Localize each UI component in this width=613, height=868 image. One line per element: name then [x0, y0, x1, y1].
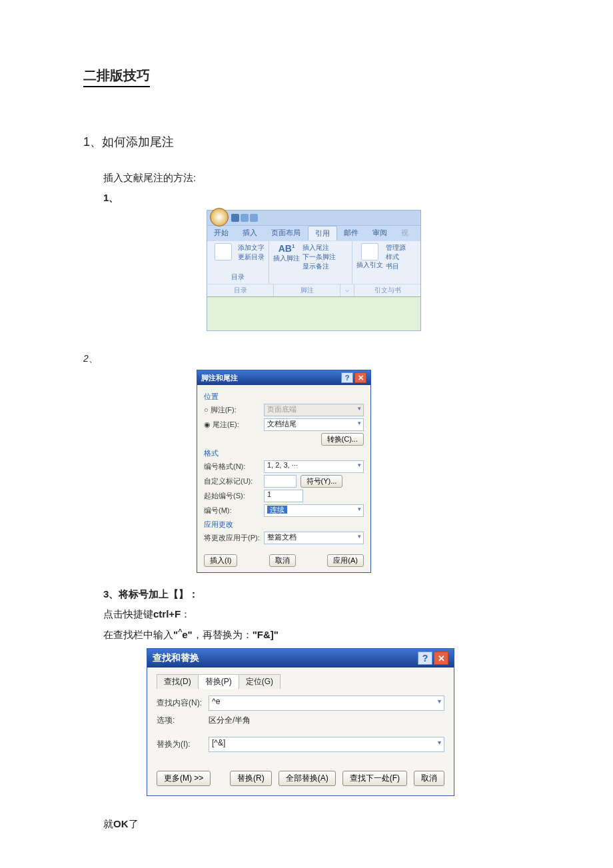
start-number-input: 1	[264, 490, 303, 502]
citation-footer-label: 引文与书	[354, 284, 420, 296]
numbering-label: 编号(M):	[204, 506, 264, 516]
step-3-label: 3、将标号加上【】：	[103, 586, 530, 602]
replace-with-label: 替换为(I):	[157, 739, 209, 750]
footnote-position-select: 页面底端	[264, 404, 364, 416]
help-icon: ?	[341, 372, 353, 383]
close-icon: ✕	[354, 372, 366, 383]
numbering-select: 连续	[264, 504, 364, 517]
tab-mail: 邮件	[337, 226, 366, 240]
tab-goto: 定位(G)	[239, 674, 281, 689]
endnote-radio-label: ◉ 尾注(E):	[204, 420, 264, 430]
dialog2-body: 查找(D) 替换(P) 定位(G) 查找内容(N):^e 选项:区分全/半角 替…	[147, 667, 454, 763]
options-label: 选项:	[157, 715, 209, 726]
show-notes-label: 显示备注	[303, 262, 336, 271]
footnote-dialog: 脚注和尾注 ? ✕ 位置 ○ 脚注(F):页面底端 ◉ 尾注(E):文档结尾 转…	[197, 370, 371, 573]
apply-to-label: 将更改应用于(P):	[204, 533, 264, 543]
quick-access-toolbar	[231, 214, 258, 222]
tab-replace: 替换(P)	[198, 674, 239, 689]
toc-footer-label: 目录	[207, 284, 274, 296]
start-number-label: 起始编号(S):	[204, 491, 264, 501]
step-1-label: 1、	[103, 190, 530, 206]
tab-references: 引用	[308, 226, 337, 240]
style-label: 样式	[386, 252, 406, 262]
ribbon-body: 添加文字 更新目录 目录 AB1 插入脚注 插入尾注 下	[207, 240, 420, 284]
find-content-input: ^e	[209, 695, 444, 711]
undo-icon	[241, 214, 249, 222]
dialog1-body: 位置 ○ 脚注(F):页面底端 ◉ 尾注(E):文档结尾 转换(C)... 格式…	[197, 385, 370, 550]
redo-icon	[250, 214, 258, 222]
ribbon-group-toc: 添加文字 更新目录 目录	[207, 241, 269, 284]
convert-button: 转换(C)...	[321, 433, 364, 446]
footnote-radio-label: ○ 脚注(F):	[204, 405, 264, 415]
ribbon-tabs: 开始 插入 页面布局 引用 邮件 审阅 视	[207, 225, 420, 240]
document-page: 二排版技巧 1、如何添加尾注 插入文献尾注的方法: 1、 开始 插入 页面布局 …	[0, 0, 613, 868]
apply-to-select: 整篇文档	[264, 532, 364, 544]
dialog2-footer: 更多(M) >> 替换(R) 全部替换(A) 查找下一处(F) 取消	[147, 763, 454, 795]
body-block: 插入文献尾注的方法: 1、 开始 插入 页面布局 引用 邮件 审阅 视	[83, 170, 530, 331]
section-heading: 1、如何添加尾注	[83, 134, 530, 150]
find-replace-dialog: 查找和替换 ? ✕ 查找(D) 替换(P) 定位(G) 查找内容(N):^e 选…	[147, 648, 454, 796]
toc-group-label: 目录	[211, 272, 265, 282]
ribbon-group-labels: 目录 脚注 ⌵ 引文与书	[207, 284, 420, 296]
footnote-dialog-title: 脚注和尾注 ? ✕	[197, 370, 370, 385]
bibliography-label: 书目	[386, 262, 406, 271]
dialog2-titlebar: 查找和替换 ? ✕	[147, 649, 454, 667]
page-title: 二排版技巧	[83, 67, 150, 87]
apply-section-label: 应用更改	[204, 520, 364, 530]
citation-icon	[361, 243, 378, 260]
help-icon: ?	[418, 651, 432, 665]
replace-all-button: 全部替换(A)	[279, 771, 336, 786]
tab-insert: 插入	[236, 226, 265, 240]
insert-button: 插入(I)	[204, 554, 237, 567]
intro-text: 插入文献尾注的方法:	[103, 170, 530, 186]
ribbon-group-footnote: AB1 插入脚注 插入尾注 下一条脚注 显示备注	[269, 241, 352, 284]
apply-button: 应用(A)	[327, 554, 364, 567]
format-section-label: 格式	[204, 448, 364, 458]
footnote-ab-icon: AB1	[273, 243, 300, 254]
insert-endnote-label: 插入尾注	[303, 243, 336, 252]
tab-review: 审阅	[366, 226, 394, 240]
office-button-icon	[210, 208, 229, 226]
custom-mark-input	[264, 475, 297, 488]
symbol-button: 符号(Y)...	[301, 475, 343, 488]
toc-icon	[215, 243, 232, 260]
insert-citation-label: 插入引文	[356, 260, 383, 270]
replace-with-input: [^&]	[209, 737, 444, 752]
step3-block: 3、将标号加上【】： 点击快捷键ctrl+F： 在查找栏中输入"^e"，再替换为…	[83, 586, 530, 832]
manage-sources-label: 管理源	[386, 243, 406, 252]
ribbon-screenshot: 开始 插入 页面布局 引用 邮件 审阅 视 添加文字 更新目录	[207, 210, 421, 331]
cancel-button: 取消	[414, 771, 444, 786]
insert-footnote-label: 插入脚注	[273, 254, 300, 263]
endnote-position-select: 文档结尾	[264, 418, 364, 431]
tab-home: 开始	[207, 226, 236, 240]
dialog-launcher-icon: ⌵	[340, 284, 354, 296]
more-button: 更多(M) >>	[157, 771, 211, 786]
dialog1-title-text: 脚注和尾注	[201, 373, 238, 383]
close-icon: ✕	[434, 651, 448, 665]
tab-view: 视	[394, 226, 416, 240]
find-next-button: 查找下一处(F)	[342, 771, 407, 786]
number-format-label: 编号格式(N):	[204, 462, 264, 472]
document-canvas	[207, 296, 420, 330]
dialog1-footer: 插入(I) 取消 应用(A)	[197, 550, 370, 572]
dialog2-tabs: 查找(D) 替换(P) 定位(G)	[157, 674, 444, 689]
save-icon	[231, 214, 239, 222]
find-content-label: 查找内容(N):	[157, 697, 209, 709]
hotkey-line: 点击快捷键ctrl+F：	[103, 606, 530, 622]
final-line: 就OK了	[103, 816, 530, 832]
next-footnote-label: 下一条脚注	[303, 252, 336, 262]
step-2-label: 2、	[83, 351, 530, 366]
custom-mark-label: 自定义标记(U):	[204, 476, 264, 486]
footnote-footer-label: 脚注	[274, 284, 340, 296]
tab-layout: 页面布局	[265, 226, 308, 240]
update-toc-label: 更新目录	[238, 252, 265, 262]
position-section-label: 位置	[204, 392, 364, 402]
toc-items: 添加文字 更新目录	[238, 243, 265, 262]
ribbon-quick-access	[207, 211, 420, 225]
cancel-button: 取消	[269, 554, 296, 567]
dialog2-title-text: 查找和替换	[153, 652, 199, 664]
ribbon-group-citation: 插入引文 管理源 样式 书目	[352, 241, 416, 284]
number-format-select: 1, 2, 3, ···	[264, 460, 364, 473]
tab-find: 查找(D)	[157, 674, 199, 689]
find-replace-line: 在查找栏中输入"^e"，再替换为："F&]"	[103, 626, 530, 643]
